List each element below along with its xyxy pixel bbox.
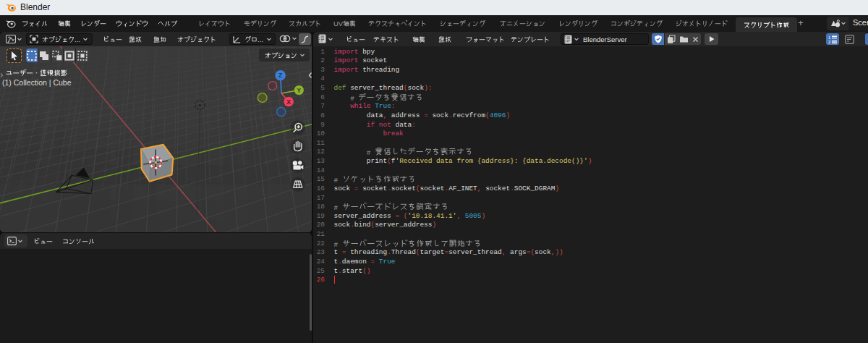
svg-text:Z: Z (278, 72, 282, 79)
svg-text:Y: Y (297, 87, 301, 94)
svg-text:1: 1 (828, 35, 831, 39)
svg-text:2: 2 (828, 40, 831, 44)
svg-text:X: X (286, 98, 291, 106)
